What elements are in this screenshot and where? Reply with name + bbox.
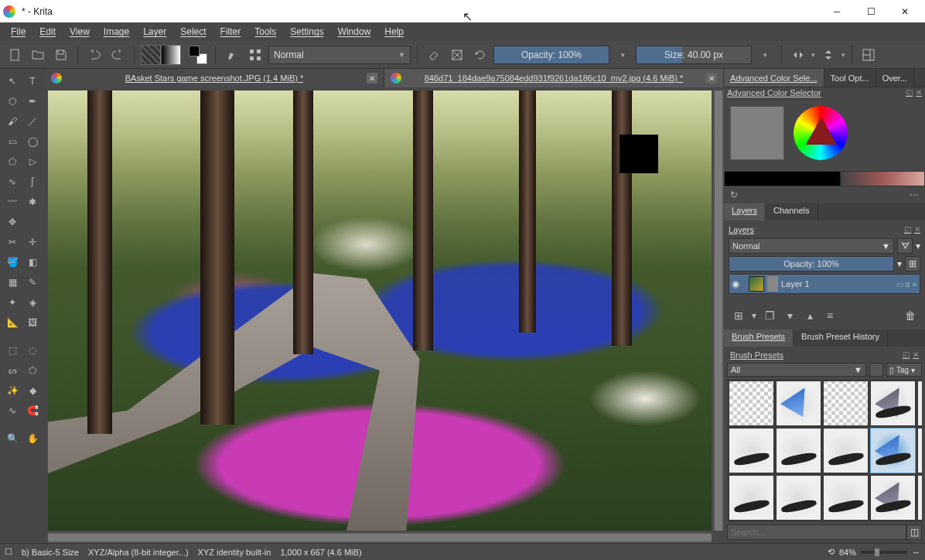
- bezier-tool[interactable]: ∿: [3, 172, 22, 191]
- brush-preset[interactable]: [823, 475, 869, 521]
- brush-preset[interactable]: [729, 428, 774, 473]
- brush-search-input[interactable]: [727, 524, 906, 540]
- close-panel-icon[interactable]: ✕: [916, 88, 922, 101]
- crop-tool[interactable]: ✂: [3, 233, 22, 251]
- menu-filter[interactable]: Filter: [214, 25, 247, 39]
- color-wheel[interactable]: [794, 106, 848, 160]
- menu-help[interactable]: Help: [378, 25, 410, 39]
- scrollbar-horizontal[interactable]: [48, 532, 712, 543]
- mirror-v-caret[interactable]: ▾: [841, 51, 845, 59]
- menu-image[interactable]: Image: [97, 25, 135, 39]
- doc-tab-2-close[interactable]: ✕: [706, 73, 717, 84]
- brush-preset[interactable]: [917, 381, 922, 426]
- canvas[interactable]: [48, 90, 712, 531]
- line-tool[interactable]: ／: [23, 112, 42, 131]
- edit-shapes-tool[interactable]: ⬡: [3, 92, 22, 111]
- move-tool[interactable]: ↖: [3, 72, 22, 90]
- measure-tool[interactable]: 📐: [3, 313, 22, 332]
- minimize-button[interactable]: ─: [820, 0, 854, 22]
- size-slider[interactable]: Size: 40.00 px: [636, 46, 752, 64]
- status-angle-icon[interactable]: ⟲: [828, 547, 835, 557]
- mirror-h-caret[interactable]: ▾: [811, 51, 815, 59]
- smart-fill-tool[interactable]: ✦: [3, 293, 22, 312]
- color-picker-tool[interactable]: ✎: [23, 273, 42, 292]
- menu-tools[interactable]: Tools: [248, 25, 282, 39]
- storage-button[interactable]: ◫: [906, 524, 922, 540]
- select-contiguous-tool[interactable]: ✨: [3, 381, 22, 400]
- rectangle-tool[interactable]: ▭: [3, 132, 22, 151]
- add-layer-button[interactable]: ⊞: [732, 309, 746, 322]
- layer-opts-button[interactable]: ⊞: [905, 256, 920, 271]
- text-tool[interactable]: T: [23, 72, 42, 90]
- gradient-tool[interactable]: ◧: [23, 253, 42, 271]
- freehand-path-tool[interactable]: ʃ: [23, 172, 42, 191]
- polyline-tool[interactable]: ▷: [23, 152, 42, 171]
- tab-tool-options[interactable]: Tool Opt...: [824, 69, 876, 87]
- select-freehand-tool[interactable]: ᔕ: [3, 361, 22, 380]
- duplicate-layer-button[interactable]: ❐: [763, 309, 777, 322]
- brush-grid-view-button[interactable]: [869, 363, 883, 377]
- maximize-button[interactable]: ☐: [854, 0, 888, 22]
- eraser-toggle[interactable]: [424, 45, 444, 65]
- status-zoom[interactable]: 84%: [839, 548, 856, 557]
- calligraphy-tool[interactable]: ✒: [23, 92, 42, 111]
- brush-preset[interactable]: [729, 475, 774, 521]
- layer-1[interactable]: ◉ Layer 1 ▭ α ∝: [729, 274, 920, 294]
- pattern-swatch[interactable]: [141, 45, 161, 65]
- assistant-tool[interactable]: ◈: [23, 293, 42, 312]
- workspace-chooser-button[interactable]: [858, 45, 879, 65]
- opacity-caret-icon[interactable]: ▾: [613, 45, 633, 65]
- select-rect-tool[interactable]: ⬚: [3, 341, 22, 360]
- new-file-button[interactable]: [5, 45, 25, 65]
- select-ellipse-tool[interactable]: ◌: [23, 341, 42, 360]
- float-panel-icon[interactable]: ◱: [906, 88, 913, 101]
- layer-blend-dropdown[interactable]: Normal▼: [729, 238, 894, 254]
- doc-tab-2[interactable]: 846d71_184dae9a75084edd931f9261da186c10_…: [384, 69, 724, 87]
- move-layer-tool[interactable]: ✛: [23, 233, 42, 251]
- tab-layers[interactable]: Layers: [724, 203, 766, 220]
- move-down-button[interactable]: ▾: [783, 309, 797, 322]
- status-checkbox[interactable]: ☐: [5, 547, 12, 557]
- menu-file[interactable]: File: [5, 25, 32, 39]
- menu-select[interactable]: Select: [174, 25, 212, 39]
- tab-brush-history[interactable]: Brush Preset History: [794, 330, 888, 347]
- brush-preset[interactable]: [917, 428, 922, 473]
- open-file-button[interactable]: [28, 45, 48, 65]
- filter-caret[interactable]: ▾: [916, 241, 920, 251]
- undo-button[interactable]: [84, 45, 104, 65]
- close-icon[interactable]: ✕: [914, 225, 920, 234]
- brush-editor-button[interactable]: [245, 45, 265, 65]
- brush-preset-selected[interactable]: [870, 428, 916, 473]
- brush-preset[interactable]: [870, 475, 916, 521]
- doc-tab-1-close[interactable]: ✕: [367, 73, 377, 84]
- fg-bg-color[interactable]: [187, 44, 209, 66]
- doc-tab-1[interactable]: BAsket Stars game screenshot.JPG (1.4 Mi…: [45, 69, 384, 87]
- select-bezier-tool[interactable]: ∿: [3, 401, 22, 420]
- tab-brush-presets[interactable]: Brush Presets: [724, 330, 794, 347]
- save-file-button[interactable]: [51, 45, 71, 65]
- visibility-icon[interactable]: ◉: [732, 278, 746, 289]
- refresh-color-icon[interactable]: ↻: [730, 190, 738, 200]
- brush-preset[interactable]: [729, 381, 774, 426]
- reference-tool[interactable]: 🖼: [23, 313, 42, 332]
- pan-tool[interactable]: ✋: [23, 429, 42, 448]
- brush-tool[interactable]: 🖌: [3, 112, 22, 131]
- brush-preset[interactable]: [823, 381, 869, 426]
- layer-filter-button[interactable]: ᗊ: [897, 238, 913, 254]
- layer-settings-button[interactable]: ≡: [823, 309, 837, 322]
- alpha-lock-button[interactable]: [447, 45, 467, 65]
- brush-preset[interactable]: [776, 381, 821, 426]
- color-square[interactable]: [730, 106, 784, 160]
- color-shade-bar[interactable]: [841, 171, 925, 186]
- brush-tag-dropdown[interactable]: All▼: [727, 363, 866, 377]
- menu-layer[interactable]: Layer: [137, 25, 172, 39]
- tab-channels[interactable]: Channels: [766, 203, 817, 220]
- gradient-swatch[interactable]: [161, 45, 181, 65]
- tab-advanced-color[interactable]: Advanced Color Sele...: [724, 69, 824, 87]
- zoom-slider[interactable]: [861, 551, 907, 554]
- mirror-v-button[interactable]: [818, 45, 838, 65]
- float-icon[interactable]: ◱: [904, 225, 911, 234]
- mirror-h-button[interactable]: [788, 45, 808, 65]
- select-similar-tool[interactable]: ◆: [23, 381, 42, 400]
- opacity-slider[interactable]: Opacity: 100%: [493, 46, 609, 64]
